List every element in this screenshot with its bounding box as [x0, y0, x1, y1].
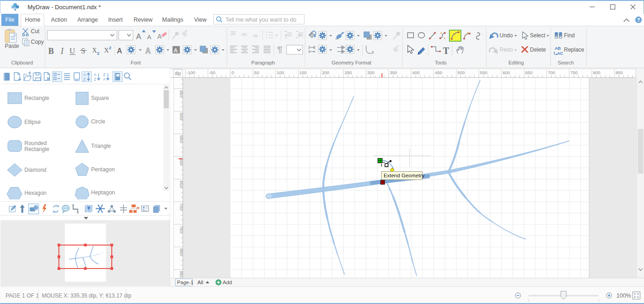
svg-text:Diamond: Diamond	[24, 167, 46, 173]
svg-text:700: 700	[548, 70, 555, 75]
svg-text:650: 650	[525, 70, 533, 75]
svg-text:Z: Z	[83, 77, 86, 82]
svg-text:Pentagon: Pentagon	[91, 166, 115, 173]
svg-text:Editing: Editing	[508, 60, 524, 65]
svg-text:Tools: Tools	[435, 60, 447, 65]
svg-text:AC: AC	[557, 51, 563, 56]
svg-text:2: 2	[97, 51, 99, 56]
svg-text:150: 150	[299, 70, 307, 75]
svg-text:A: A	[174, 47, 178, 54]
svg-text:Replace: Replace	[564, 47, 584, 53]
svg-text:Cut: Cut	[31, 28, 40, 35]
svg-text:450: 450	[435, 70, 442, 75]
svg-text:A: A	[94, 72, 97, 77]
svg-text:A: A	[147, 34, 151, 41]
svg-text:Rectangle: Rectangle	[24, 95, 49, 101]
svg-text:Triangle: Triangle	[91, 143, 111, 149]
svg-text:?: ?	[637, 17, 640, 23]
svg-text:850: 850	[179, 271, 184, 278]
svg-text:550: 550	[480, 70, 488, 75]
svg-text:I: I	[60, 47, 64, 56]
svg-text:A: A	[103, 77, 106, 82]
svg-text:550: 550	[179, 135, 184, 143]
svg-text:Rounded: Rounded	[24, 140, 47, 146]
svg-text:800: 800	[179, 248, 184, 256]
svg-text:AB: AB	[555, 46, 561, 51]
svg-text:650: 650	[179, 181, 184, 188]
svg-text:200: 200	[322, 70, 329, 75]
svg-text:A: A	[83, 72, 86, 77]
svg-text:Delete: Delete	[530, 47, 546, 53]
svg-text:Circle: Circle	[91, 118, 105, 125]
svg-text:Find: Find	[564, 32, 575, 39]
svg-text:450: 450	[179, 90, 184, 98]
svg-text:A: A	[145, 47, 151, 55]
svg-text:A: A	[136, 33, 141, 41]
svg-text:U: U	[69, 47, 75, 55]
svg-text:T: T	[443, 46, 449, 56]
svg-text:250: 250	[345, 70, 352, 75]
svg-text:dip: dip	[175, 71, 181, 76]
svg-text:MyDraw - Document1.ndx *: MyDraw - Document1.ndx *	[28, 4, 101, 11]
svg-text:0: 0	[232, 70, 234, 75]
svg-text:500: 500	[458, 70, 465, 75]
svg-text:Z: Z	[103, 72, 105, 77]
svg-text:600: 600	[503, 70, 510, 75]
svg-text:700: 700	[179, 203, 184, 210]
svg-text:B: B	[48, 47, 54, 56]
svg-text:-50: -50	[209, 70, 215, 75]
svg-text:Z: Z	[94, 77, 96, 82]
svg-text:Geometry Format: Geometry Format	[332, 60, 371, 65]
svg-text:Redo: Redo	[500, 47, 513, 53]
svg-text:Font: Font	[131, 60, 141, 65]
svg-text:A: A	[157, 33, 162, 40]
svg-text:Square: Square	[91, 95, 109, 101]
svg-text:100%: 100%	[616, 292, 631, 299]
svg-text:Ellipse: Ellipse	[24, 119, 41, 125]
svg-text:X: X	[104, 47, 109, 54]
svg-text:Clipboard: Clipboard	[11, 60, 33, 65]
svg-text:750: 750	[570, 70, 578, 75]
svg-text:Paste: Paste	[5, 43, 19, 49]
svg-text:400: 400	[412, 70, 420, 75]
svg-text:100: 100	[277, 70, 284, 75]
svg-text:350: 350	[390, 70, 397, 75]
svg-text:750: 750	[179, 226, 184, 233]
svg-text:Heptagon: Heptagon	[91, 189, 115, 196]
svg-text:850: 850	[615, 70, 623, 75]
svg-text:Rectangle: Rectangle	[24, 146, 49, 152]
svg-text:Select: Select	[530, 32, 546, 39]
svg-text:-100: -100	[186, 70, 195, 75]
svg-text:Undo: Undo	[500, 32, 513, 39]
svg-text:Extend Geometry: Extend Geometry	[384, 173, 425, 178]
svg-text:50: 50	[254, 70, 259, 75]
svg-text:X: X	[92, 47, 97, 54]
svg-text:Paragraph: Paragraph	[251, 60, 275, 65]
svg-text:S: S	[81, 47, 85, 55]
svg-text:2: 2	[109, 46, 111, 50]
svg-text:800: 800	[593, 70, 600, 75]
svg-text:Hexagon: Hexagon	[24, 190, 46, 196]
svg-text:300: 300	[367, 70, 374, 75]
svg-text:500: 500	[179, 113, 184, 120]
svg-text:Search: Search	[558, 60, 574, 65]
svg-text:Copy: Copy	[31, 39, 44, 45]
svg-text:A: A	[117, 47, 122, 55]
